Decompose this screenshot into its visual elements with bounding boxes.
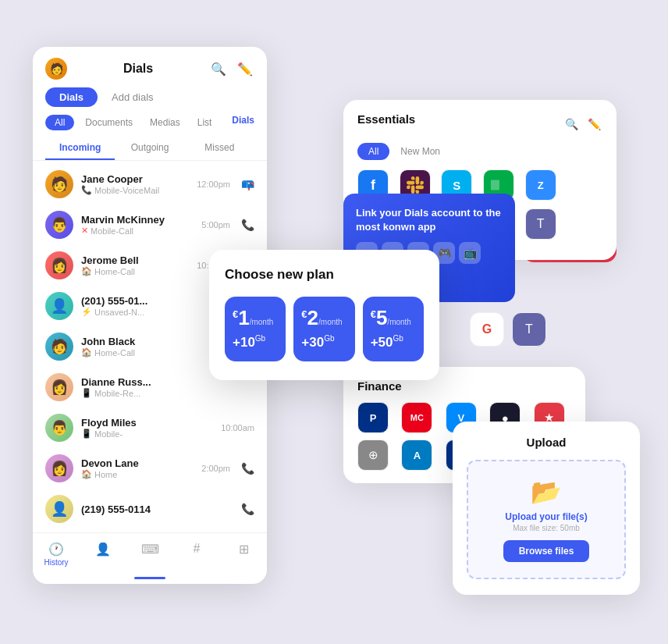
contact-sub: 📱 Mobile- — [81, 429, 213, 439]
contact-sub: 📱 Mobile-Re... — [81, 388, 254, 398]
filter-list[interactable]: List — [191, 115, 219, 130]
dials-tabs: Dials Add dials — [33, 84, 267, 113]
voicemail-icon: 📪 — [241, 178, 254, 190]
tab-dials[interactable]: Dials — [45, 87, 98, 107]
contact-sub: 🏠 Home-Call — [81, 266, 189, 276]
plan-price: € 1 /month — [233, 308, 278, 328]
plan-card-2[interactable]: € 2 /month +30Gb — [293, 297, 354, 361]
dials-header-icons: 🔍 ✏️ — [209, 60, 254, 78]
avatar: 🧑 — [45, 170, 73, 198]
plan-storage: +50Gb — [371, 334, 416, 350]
app-grey[interactable]: ⊕ — [357, 439, 389, 471]
edit-icon[interactable]: ✏️ — [236, 60, 254, 78]
contact-time: 5:00pm — [201, 220, 230, 229]
search-icon[interactable]: 🔍 — [563, 116, 580, 132]
app-mastercard[interactable]: MC — [401, 402, 432, 433]
contact-info: Jerome Bell 🏠 Home-Call — [81, 254, 189, 276]
app-teams-2[interactable]: T — [512, 312, 546, 347]
app-gmail-2[interactable]: G — [470, 312, 504, 347]
nav-dial[interactable]: ⌨ — [126, 539, 173, 569]
nav-grid[interactable]: ⊞ — [220, 539, 267, 569]
upload-panel: Upload 📂 Upload your file(s) Max file si… — [453, 422, 640, 595]
sub-tab-outgoing[interactable]: Outgoing — [115, 137, 184, 160]
tab-new-mon[interactable]: New Mon — [394, 143, 446, 160]
contact-sub: ✕ Mobile-Call — [81, 226, 194, 236]
filter-documents[interactable]: Documents — [79, 115, 139, 130]
avatar: 👤 — [45, 292, 73, 320]
call-icon: 📞 — [241, 219, 254, 231]
filter-row: All Documents Medias List Dials — [33, 113, 267, 137]
table-row[interactable]: 🧑 Jane Cooper 📞 Mobile-VoiceMail 12:00pm… — [33, 164, 267, 205]
avatar: 👩 — [45, 251, 73, 279]
contacts-icon: 👤 — [95, 542, 111, 557]
plan-modal-title: Choose new plan — [225, 267, 424, 283]
nav-hash[interactable]: # — [173, 539, 220, 569]
app-icon[interactable]: 📺 — [459, 242, 481, 264]
filter-all[interactable]: All — [45, 115, 74, 130]
app-paypal[interactable]: P — [357, 402, 389, 433]
filter-medias[interactable]: Medias — [144, 115, 187, 130]
missed-call-icon: 📞 — [241, 462, 254, 475]
folder-open-icon: 📂 — [476, 477, 616, 507]
contact-time: 2:00pm — [201, 464, 230, 473]
app-amex[interactable]: A — [401, 439, 432, 471]
contact-info: (219) 555-0114 — [81, 503, 230, 515]
avatar: 👩 — [45, 454, 73, 482]
plan-storage: +30Gb — [301, 334, 346, 350]
dial-icon: ⌨ — [141, 542, 159, 557]
upload-title: Upload — [467, 436, 626, 449]
finance-title: Finance — [357, 379, 571, 393]
sub-tab-missed[interactable]: Missed — [185, 137, 254, 160]
nav-contacts[interactable]: 👤 — [80, 539, 126, 569]
bottom-spacer — [33, 579, 267, 584]
svg-rect-1 — [491, 180, 499, 190]
app-zoom[interactable]: Z — [525, 169, 556, 201]
tab-add-dials[interactable]: Add dials — [104, 87, 161, 107]
essentials-tabs: All New Mon — [357, 143, 602, 160]
avatar: 🧑 — [45, 333, 73, 361]
table-row[interactable]: 👩 Devon Lane 🏠 Home 2:00pm 📞 — [33, 448, 267, 489]
avatar: 👨 — [45, 211, 73, 239]
search-icon[interactable]: 🔍 — [209, 60, 228, 78]
avatar: 👩 — [45, 373, 73, 401]
contact-name: Jane Cooper — [81, 173, 189, 185]
dials-sub-tabs: Incoming Outgoing Missed — [33, 137, 267, 161]
upload-text: Upload your file(s) — [476, 511, 616, 522]
contact-name: (219) 555-0114 — [81, 503, 230, 515]
history-icon: 🕐 — [48, 542, 64, 557]
bottom-nav: 🕐 History 👤 ⌨ # ⊞ — [33, 532, 267, 574]
app-teams[interactable]: T — [525, 208, 556, 240]
nav-history[interactable]: 🕐 History — [33, 539, 80, 569]
dials-header: 🧑 Dials 🔍 ✏️ — [33, 47, 267, 84]
contact-time: 10:00am — [221, 423, 254, 432]
table-row[interactable]: 👨 Marvin McKinney ✕ Mobile-Call 5:00pm 📞 — [33, 205, 267, 245]
contact-name: Jerome Bell — [81, 254, 189, 266]
edit-icon[interactable]: ✏️ — [586, 116, 602, 132]
browse-files-button[interactable]: Browse files — [503, 540, 590, 562]
table-row[interactable]: 👤 (219) 555-0114 📞 — [33, 489, 267, 529]
plan-card-3[interactable]: € 5 /month +50Gb — [363, 297, 424, 361]
contact-name: Floyd Miles — [81, 417, 213, 429]
plan-storage: +10Gb — [233, 334, 278, 350]
contact-name: Devon Lane — [81, 457, 194, 469]
avatar: 🧑 — [45, 58, 67, 80]
contact-info: Marvin McKinney ✕ Mobile-Call — [81, 214, 194, 236]
plan-price: € 2 /month — [301, 308, 346, 328]
upload-dropzone[interactable]: 📂 Upload your file(s) Max file size: 50m… — [467, 460, 626, 579]
dials-sub-label: Dials — [232, 115, 254, 130]
essentials-title: Essentials — [357, 112, 415, 126]
dials-title: Dials — [67, 62, 209, 76]
contact-name: Marvin McKinney — [81, 214, 194, 226]
grid-icon: ⊞ — [239, 542, 249, 557]
tab-all[interactable]: All — [357, 143, 389, 160]
upload-sub: Max file size: 50mb — [476, 524, 616, 532]
hash-icon: # — [194, 542, 201, 556]
contact-time: 12:00pm — [197, 180, 230, 189]
contact-info: Devon Lane 🏠 Home — [81, 457, 194, 479]
contact-sub: 🏠 Home — [81, 469, 194, 479]
sub-tab-incoming[interactable]: Incoming — [45, 137, 115, 160]
plan-modal: Choose new plan € 1 /month +10Gb € 2 /mo… — [209, 250, 439, 380]
plan-card-1[interactable]: € 1 /month +10Gb — [225, 297, 286, 361]
plan-cards: € 1 /month +10Gb € 2 /month +30Gb € 5 /m… — [225, 297, 424, 361]
table-row[interactable]: 👨 Floyd Miles 📱 Mobile- 10:00am — [33, 407, 267, 448]
